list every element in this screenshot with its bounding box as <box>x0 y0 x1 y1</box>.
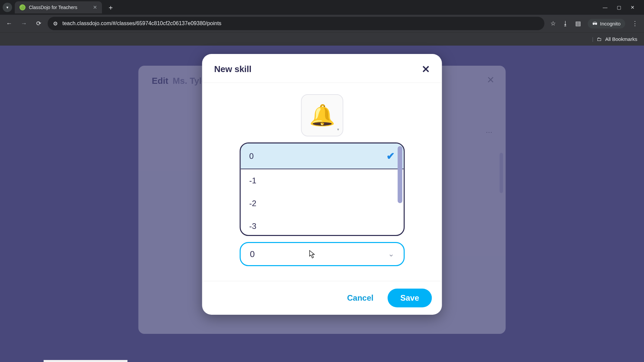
option-0[interactable]: 0 ✔ <box>240 143 404 169</box>
reading-list-icon[interactable]: ▤ <box>575 20 581 27</box>
modal-header: New skill ✕ <box>202 54 442 83</box>
window-controls: — ▢ ✕ <box>603 5 641 10</box>
option-minus-2[interactable]: -2 <box>240 192 404 215</box>
modal-body: 🔔 ▾ 0 ✔ -1 -2 -3 0 <box>202 83 442 281</box>
close-tab-icon[interactable]: ✕ <box>93 4 97 10</box>
bookmark-star-icon[interactable]: ☆ <box>550 20 556 27</box>
chevron-down-icon: ⌄ <box>388 250 394 258</box>
tab-title: ClassDojo for Teachers <box>29 5 90 10</box>
option-minus-1[interactable]: -1 <box>240 169 404 192</box>
incognito-chip[interactable]: 🕶 Incognito <box>588 19 625 28</box>
new-skill-modal: New skill ✕ 🔔 ▾ 0 ✔ -1 -2 -3 <box>202 54 442 315</box>
points-dropdown-listbox[interactable]: 0 ✔ -1 -2 -3 <box>239 142 405 236</box>
caret-down-icon: ▾ <box>337 127 339 132</box>
option-label: -1 <box>249 176 256 185</box>
listbox-scrollbar[interactable] <box>397 146 402 203</box>
new-tab-button[interactable]: ＋ <box>105 3 117 12</box>
url-text: teach.classdojo.com/#/classes/65974c810c… <box>62 20 221 26</box>
toolbar-right: ☆ ⭳ ▤ 🕶 Incognito ⋮ <box>548 19 641 28</box>
kebab-menu-icon[interactable]: ⋮ <box>632 20 638 27</box>
points-select-value: 0 <box>250 249 255 259</box>
downloads-icon[interactable]: ⭳ <box>562 20 569 27</box>
minimize-icon[interactable]: — <box>603 5 607 10</box>
modal-footer: Cancel Save <box>202 281 442 315</box>
overflow-menu-icon: ⋯ <box>486 128 492 136</box>
background-scrollbar <box>500 153 503 193</box>
points-select[interactable]: 0 ⌄ <box>239 242 405 266</box>
save-button[interactable]: Save <box>387 289 432 307</box>
back-button[interactable]: ← <box>3 18 15 29</box>
tab-search-dropdown[interactable]: ▾ <box>3 3 12 12</box>
close-window-icon[interactable]: ✕ <box>631 5 635 10</box>
browser-tab[interactable]: 🟢 ClassDojo for Teachers ✕ <box>15 1 102 13</box>
folder-icon: 🗀 <box>597 36 602 42</box>
close-icon[interactable]: ✕ <box>422 63 430 75</box>
tab-strip: ▾ 🟢 ClassDojo for Teachers ✕ ＋ — ▢ ✕ <box>0 0 644 15</box>
option-minus-3[interactable]: -3 <box>240 215 404 235</box>
maximize-icon[interactable]: ▢ <box>617 5 621 10</box>
cancel-button[interactable]: Cancel <box>342 290 378 306</box>
edit-modal-title-prefix: Edit <box>152 76 168 86</box>
site-settings-icon[interactable]: ⚙ <box>53 20 58 27</box>
check-icon: ✔ <box>386 150 395 162</box>
option-label: 0 <box>249 152 254 161</box>
bell-icon: 🔔 <box>309 105 335 126</box>
edit-modal-close-icon: ✕ <box>487 74 494 85</box>
toolbar: ← → ⟳ ⚙ teach.classdojo.com/#/classes/65… <box>0 15 644 32</box>
option-label: -2 <box>249 199 256 208</box>
omnibox[interactable]: ⚙ teach.classdojo.com/#/classes/65974c81… <box>48 17 544 30</box>
modal-title: New skill <box>214 64 252 74</box>
all-bookmarks-link[interactable]: All Bookmarks <box>605 36 637 42</box>
incognito-label: Incognito <box>600 21 621 26</box>
option-label: -3 <box>249 222 256 231</box>
skill-icon-picker[interactable]: 🔔 ▾ <box>301 94 343 136</box>
favicon-icon: 🟢 <box>19 4 25 10</box>
page-viewport: Edit Ms. Tyler's ✕ ⋯ New skill ✕ 🔔 ▾ 0 ✔… <box>0 46 644 362</box>
taskbar-sliver <box>44 360 127 362</box>
bookmarks-bar: | 🗀 All Bookmarks <box>0 32 644 46</box>
separator: | <box>592 36 593 42</box>
forward-button[interactable]: → <box>18 18 30 29</box>
browser-chrome: ▾ 🟢 ClassDojo for Teachers ✕ ＋ — ▢ ✕ ← →… <box>0 0 644 46</box>
reload-button[interactable]: ⟳ <box>33 18 44 29</box>
incognito-icon: 🕶 <box>592 21 597 26</box>
